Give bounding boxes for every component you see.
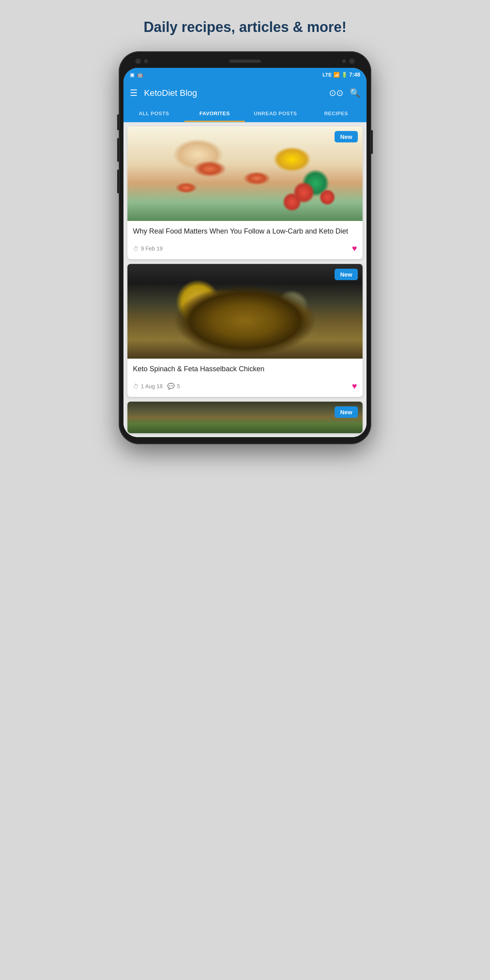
card-1-title[interactable]: Why Real Food Matters When You Follow a … (133, 226, 357, 236)
card-2-new-badge: New (335, 269, 358, 280)
status-bar: ▣ 🤖 LTE 📶 🔋 7:48 (123, 68, 367, 81)
post-card-1: New Why Real Food Matters When You Follo… (127, 126, 363, 259)
phone-power-button (371, 130, 373, 154)
binoculars-icon[interactable]: ⊙⊙ (329, 88, 343, 98)
app-bar-actions: ⊙⊙ 🔍 (329, 88, 360, 98)
card-2-comments-text: 5 (177, 383, 180, 389)
status-right: LTE 📶 🔋 7:48 (322, 71, 360, 78)
card-2-meta-left: ⏱ 1 Aug 18 💬 5 (133, 383, 180, 390)
phone-screen: ▣ 🤖 LTE 📶 🔋 7:48 ☰ KetoDiet Blog ⊙⊙ 🔍 (123, 68, 367, 437)
app-bar: ☰ KetoDiet Blog ⊙⊙ 🔍 (123, 81, 367, 105)
battery-icon: 🔋 (341, 72, 348, 78)
tab-bar: ALL POSTS FAVORITES UNREAD POSTS RECIPES (123, 105, 367, 122)
card-3-new-badge: New (335, 406, 358, 418)
card-1-body: Why Real Food Matters When You Follow a … (127, 221, 363, 259)
card-2-meta: ⏱ 1 Aug 18 💬 5 ♥ (133, 378, 357, 393)
phone-top-bar (123, 58, 367, 68)
card-2-image-wrapper[interactable]: New (127, 264, 363, 359)
card-1-date: ⏱ 9 Feb 19 (133, 245, 163, 252)
phone-camera-left (135, 58, 148, 64)
signal-icon: 📶 (333, 72, 340, 78)
lte-label: LTE (322, 72, 332, 78)
card-1-new-badge: New (335, 131, 358, 142)
phone-dot-3 (342, 59, 346, 63)
menu-icon[interactable]: ☰ (130, 88, 138, 98)
phone-camera-right (342, 58, 355, 64)
search-icon[interactable]: 🔍 (350, 88, 360, 98)
clock-icon-1: ⏱ (133, 245, 139, 252)
card-1-image (127, 126, 363, 221)
phone-dot-1 (135, 58, 141, 64)
tab-favorites[interactable]: FAVORITES (184, 105, 245, 122)
phone-dot-2 (144, 59, 148, 63)
app-title: KetoDiet Blog (144, 88, 323, 98)
tab-all-posts[interactable]: ALL POSTS (123, 105, 184, 122)
card-2-date-text: 1 Aug 18 (141, 383, 163, 389)
card-2-date: ⏱ 1 Aug 18 (133, 383, 163, 390)
phone-speaker (229, 60, 261, 63)
card-2-comments: 💬 5 (167, 383, 180, 390)
card-3-image (127, 402, 363, 433)
card-1-image-wrapper[interactable]: New (127, 126, 363, 221)
clock-icon-2: ⏱ (133, 383, 139, 390)
tab-recipes[interactable]: RECIPES (306, 105, 367, 122)
card-2-favorite-button[interactable]: ♥ (352, 381, 357, 391)
phone-frame: ▣ 🤖 LTE 📶 🔋 7:48 ☰ KetoDiet Blog ⊙⊙ 🔍 (119, 51, 371, 444)
comment-icon: 💬 (167, 383, 175, 390)
status-time: 7:48 (349, 71, 360, 78)
android-icon: 🤖 (137, 72, 143, 78)
card-1-favorite-button[interactable]: ♥ (352, 243, 357, 254)
post-card-2: New Keto Spinach & Feta Hasselback Chick… (127, 264, 363, 397)
sim-icon: ▣ (130, 72, 135, 78)
card-1-meta: ⏱ 9 Feb 19 ♥ (133, 240, 357, 255)
status-left: ▣ 🤖 (130, 72, 143, 78)
card-2-image (127, 264, 363, 359)
content-area: New Why Real Food Matters When You Follo… (123, 122, 367, 437)
card-2-body: Keto Spinach & Feta Hasselback Chicken ⏱… (127, 359, 363, 397)
card-1-date-text: 9 Feb 19 (141, 245, 163, 252)
tab-unread-posts[interactable]: UNREAD POSTS (245, 105, 306, 122)
card-1-meta-left: ⏱ 9 Feb 19 (133, 245, 163, 252)
page-tagline: Daily recipes, articles & more! (0, 0, 490, 51)
card-2-title[interactable]: Keto Spinach & Feta Hasselback Chicken (133, 364, 357, 374)
phone-dot-4 (349, 58, 355, 64)
post-card-3-partial[interactable]: New (127, 402, 363, 433)
